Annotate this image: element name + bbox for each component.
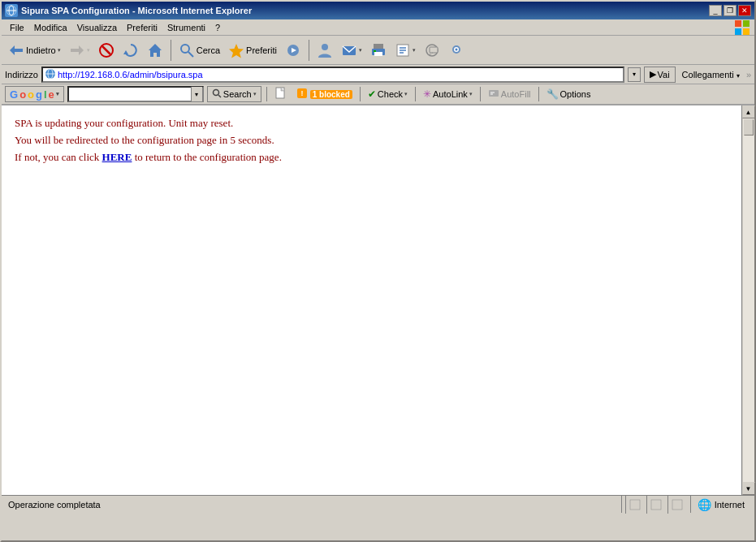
stop-icon (98, 42, 114, 58)
svg-rect-44 (489, 90, 499, 97)
toolbar: Indietro ▾ ▾ (2, 36, 754, 65)
print-icon (370, 42, 387, 58)
svg-marker-17 (229, 44, 244, 58)
page-icon-button[interactable] (272, 86, 290, 102)
scroll-up-button[interactable]: ▲ (742, 105, 755, 118)
gtb-divider-1 (266, 87, 267, 101)
menu-bar: File Modifica Visualizza Preferiti Strum… (2, 19, 754, 36)
status-icon-2 (646, 496, 666, 514)
scroll-track[interactable] (743, 118, 754, 482)
google-search-button[interactable]: Search ▾ (207, 86, 261, 102)
back-icon (8, 42, 24, 58)
svg-rect-8 (15, 49, 23, 52)
svg-rect-22 (374, 44, 383, 49)
main-content: SPA is updating your configuration. Unit… (2, 105, 741, 495)
svg-marker-13 (123, 50, 128, 54)
menu-modifica[interactable]: Modifica (29, 21, 72, 34)
gtb-divider-4 (480, 87, 481, 101)
autofill-button[interactable]: AutoFill (486, 88, 534, 101)
mail-button[interactable]: ▾ (338, 38, 365, 62)
svg-point-35 (455, 48, 457, 50)
links-arrow-icon: ▾ (737, 72, 740, 80)
check-button[interactable]: ✔ Check ▾ (365, 86, 410, 102)
scroll-down-button[interactable]: ▼ (742, 482, 755, 495)
favorites-button[interactable]: Preferiti (225, 38, 280, 62)
address-bar: Indirizzo ▾ ▶ Vai Collegamenti ▾ » (2, 65, 754, 84)
status-icon-3 (667, 496, 687, 514)
discuss-icon (424, 42, 440, 58)
home-icon (147, 42, 163, 58)
google-logo[interactable]: Google ▾ (5, 86, 64, 102)
here-link[interactable]: HERE (102, 151, 132, 163)
google-search-dropdown[interactable]: ▾ (191, 87, 202, 101)
autolink-icon: ✳ (423, 88, 431, 100)
check-icon: ✔ (368, 88, 376, 100)
title-bar-left: Sipura SPA Configuration - Microsoft Int… (5, 4, 252, 17)
autolink-dropdown-arrow: ▾ (469, 91, 473, 97)
close-button[interactable]: ✕ (738, 5, 751, 16)
refresh-button[interactable] (119, 38, 142, 62)
links-button[interactable]: Collegamenti ▾ (679, 70, 743, 80)
edit-button[interactable]: ▾ (391, 38, 419, 62)
address-input[interactable] (58, 70, 621, 80)
minimize-button[interactable]: _ (709, 5, 722, 16)
search-button[interactable]: Cerca (175, 38, 223, 62)
address-dropdown[interactable]: ▾ (628, 67, 641, 82)
gtb-divider-3 (415, 87, 416, 101)
scroll-thumb[interactable] (744, 119, 754, 136)
toolbar-separator-1 (171, 40, 171, 61)
stop-button[interactable] (95, 38, 118, 62)
svg-point-20 (322, 44, 328, 50)
page-line-3: If not, you can click HERE to return to … (15, 149, 728, 166)
blocked-button[interactable]: ! 1 blocked (293, 86, 355, 102)
menu-file[interactable]: File (5, 21, 29, 34)
autolink-button[interactable]: ✳ AutoLink ▾ (421, 86, 475, 102)
svg-text:!: ! (300, 89, 303, 97)
svg-marker-14 (149, 44, 162, 57)
search-icon-small (212, 88, 222, 100)
media-button[interactable] (282, 38, 305, 62)
svg-rect-47 (630, 500, 640, 510)
edit-dropdown-arrow: ▾ (413, 47, 416, 54)
svg-rect-41 (276, 88, 284, 98)
messenger-button[interactable] (445, 38, 468, 62)
svg-marker-7 (10, 45, 15, 55)
forward-icon (69, 42, 85, 58)
address-input-wrapper[interactable] (41, 67, 624, 83)
go-button[interactable]: ▶ Vai (644, 67, 676, 83)
home-button[interactable] (144, 38, 166, 62)
page-icon (274, 87, 287, 101)
svg-rect-6 (743, 28, 750, 35)
status-text: Operazione completata (5, 496, 622, 513)
search-dropdown-arrow: ▾ (253, 91, 257, 97)
title-bar-buttons: _ ❐ ✕ (709, 5, 751, 16)
options-icon: 🔧 (546, 88, 559, 100)
page-line-1: SPA is updating your configuration. Unit… (15, 115, 728, 132)
discuss-button[interactable] (421, 38, 443, 62)
svg-rect-4 (743, 20, 750, 27)
svg-rect-48 (651, 500, 661, 510)
restore-button[interactable]: ❐ (724, 5, 737, 16)
google-search-wrapper[interactable]: ▾ (67, 86, 204, 102)
menu-help[interactable]: ? (210, 21, 225, 34)
print-button[interactable] (367, 38, 390, 62)
check-dropdown-arrow: ▾ (404, 91, 408, 97)
back-button[interactable]: Indietro ▾ (5, 38, 64, 62)
history-button[interactable] (313, 38, 336, 62)
svg-line-12 (102, 46, 110, 54)
gtb-divider-5 (538, 87, 539, 101)
status-icon-1 (625, 496, 645, 514)
menu-preferiti[interactable]: Preferiti (122, 21, 162, 34)
scroll-bar[interactable]: ▲ ▼ (741, 105, 754, 495)
svg-point-39 (213, 90, 218, 96)
status-bar: Operazione completata 🌐 Internet (2, 495, 754, 513)
search-icon (179, 42, 195, 58)
google-search-input[interactable] (69, 89, 191, 99)
autofill-icon (488, 88, 499, 101)
forward-button[interactable]: ▾ (66, 38, 93, 62)
svg-rect-3 (735, 20, 741, 27)
svg-rect-5 (735, 28, 741, 35)
menu-visualizza[interactable]: Visualizza (72, 21, 122, 34)
menu-strumenti[interactable]: Strumenti (162, 21, 210, 34)
options-button[interactable]: 🔧 Options (544, 88, 594, 100)
